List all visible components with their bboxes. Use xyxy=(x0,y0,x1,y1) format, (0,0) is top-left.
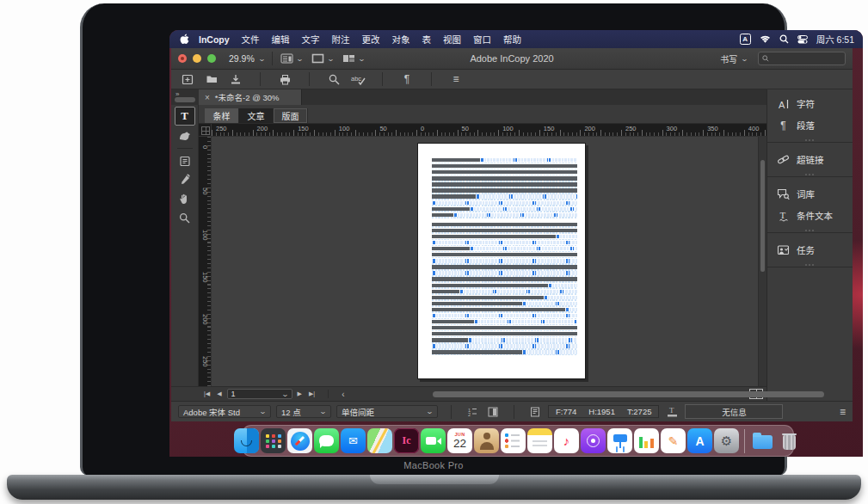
dock-finder-icon[interactable] xyxy=(234,428,259,453)
status-bar-menu-icon[interactable]: ≡ xyxy=(840,406,846,418)
hand-tool[interactable] xyxy=(175,190,194,207)
horizontal-scrollbar-thumb[interactable] xyxy=(433,391,824,397)
open-document-button[interactable] xyxy=(204,72,219,86)
dock-folder-icon[interactable] xyxy=(750,428,775,453)
dock-launchpad-icon[interactable] xyxy=(261,428,286,453)
menu-app-name[interactable]: InCopy xyxy=(199,34,230,45)
panel-item-paragraph[interactable]: ¶ 段落 xyxy=(767,114,853,136)
dock-appstore-icon[interactable]: A xyxy=(687,428,712,453)
minimize-window-button[interactable] xyxy=(193,54,201,63)
menu-item-8[interactable]: 窗口 xyxy=(473,33,491,46)
vertical-scrollbar-thumb[interactable] xyxy=(760,160,765,272)
dock-facetime-icon[interactable] xyxy=(421,428,446,453)
horizontal-scrollbar[interactable] xyxy=(350,387,736,401)
maximize-window-button[interactable] xyxy=(207,54,216,63)
menu-item-1[interactable]: 编辑 xyxy=(272,33,290,46)
last-page-button[interactable]: ▶| xyxy=(307,390,317,397)
view-tab-0[interactable]: 条样 xyxy=(205,108,239,123)
arrange-documents-dropdown[interactable]: ⌄ xyxy=(342,53,365,64)
right-panel: A 字符 ¶ 段落 xyxy=(766,89,853,401)
new-document-button[interactable] xyxy=(180,72,195,86)
dock-podcasts-icon[interactable] xyxy=(581,428,606,453)
dock-settings-icon[interactable]: ⚙ xyxy=(714,428,739,453)
dock-calendar-icon[interactable]: JUN22 xyxy=(447,428,472,453)
panel-item-hyperlinks[interactable]: 超链接 xyxy=(767,149,853,170)
workspace-switcher[interactable]: 书写 ⌄ xyxy=(720,52,748,65)
menu-item-3[interactable]: 附注 xyxy=(332,33,350,46)
dock-notes-icon[interactable] xyxy=(527,428,552,453)
view-tab-2-active[interactable]: 版面 xyxy=(274,108,308,123)
document-tab[interactable]: × *未命名-2 @ 30% xyxy=(199,89,302,105)
show-hidden-characters-button[interactable]: ¶ xyxy=(399,72,415,86)
eyedropper-tool[interactable] xyxy=(175,171,194,188)
dock-pages-icon[interactable]: ✎ xyxy=(661,428,686,453)
text-ruler-icon[interactable]: T xyxy=(664,405,680,419)
horizontal-ruler[interactable]: 25020015010050050100150200250300350400 xyxy=(212,124,766,137)
device-label: MacBook Pro xyxy=(83,460,785,470)
panel-item-character[interactable]: A 字符 xyxy=(767,93,853,114)
control-center-icon[interactable] xyxy=(797,35,808,44)
document-page[interactable] xyxy=(417,143,586,379)
zoom-tool[interactable] xyxy=(175,209,194,226)
chevron-down-icon: ⌄ xyxy=(741,55,748,63)
toolbar-menu-icon[interactable]: ≡ xyxy=(448,72,464,86)
ruler-origin-box[interactable] xyxy=(199,124,212,137)
spotlight-search-icon[interactable] xyxy=(779,34,789,44)
save-document-button[interactable] xyxy=(228,72,243,86)
panel-item-thesaurus[interactable]: 词库 xyxy=(767,183,853,205)
story-info-icon[interactable] xyxy=(485,405,501,419)
screen-mode-dropdown[interactable]: ⌄ xyxy=(311,53,334,64)
line-numbers-icon[interactable]: 12 xyxy=(465,405,480,419)
dock-safari-icon[interactable] xyxy=(287,428,312,453)
close-window-button[interactable] xyxy=(178,54,187,63)
print-button[interactable] xyxy=(277,72,292,86)
dock-messages-icon[interactable] xyxy=(314,428,339,453)
leading-select[interactable]: 单倍间距 ⌄ xyxy=(336,405,438,418)
dock-music-icon[interactable]: ♪ xyxy=(554,428,579,453)
find-change-button[interactable] xyxy=(326,72,342,86)
vertical-ruler[interactable]: 050100150200250300 xyxy=(199,137,212,386)
dock-maps-icon[interactable] xyxy=(367,428,392,453)
dock-numbers-icon[interactable] xyxy=(634,428,659,453)
menu-item-4[interactable]: 更改 xyxy=(362,33,380,46)
next-page-button[interactable]: ▶ xyxy=(296,390,304,397)
font-family-select[interactable]: Adobe 宋体 Std ⌄ xyxy=(178,405,271,418)
note-tool[interactable] xyxy=(175,127,194,144)
panel-item-assignments[interactable]: 任务 xyxy=(767,239,853,261)
spell-check-button[interactable]: abc xyxy=(350,72,366,86)
view-options-dropdown[interactable]: ⌄ xyxy=(280,53,303,64)
first-page-button[interactable]: |◀ xyxy=(202,390,212,397)
search-input[interactable] xyxy=(758,52,846,65)
dock-reminders-icon[interactable] xyxy=(501,428,526,453)
panel-item-label: 字符 xyxy=(797,97,815,110)
dock-contacts-icon[interactable] xyxy=(474,428,499,453)
type-tool[interactable]: T xyxy=(175,107,195,126)
panel-item-conditional-text[interactable]: T 条件文本 xyxy=(767,205,853,226)
dock-incopy-icon[interactable]: Ic xyxy=(394,428,419,453)
layout-canvas[interactable] xyxy=(212,137,758,386)
previous-page-button[interactable]: ◀ xyxy=(215,390,223,397)
menu-bar-clock[interactable]: 周六 6:51 xyxy=(816,33,854,46)
menu-item-5[interactable]: 对象 xyxy=(392,33,410,46)
notes-view-tool[interactable] xyxy=(175,152,194,169)
apple-menu-icon[interactable] xyxy=(178,34,190,45)
menu-item-2[interactable]: 文字 xyxy=(302,33,320,46)
menu-item-6[interactable]: 表 xyxy=(422,33,432,46)
vertical-scrollbar[interactable] xyxy=(758,137,766,386)
page-number-dropdown[interactable]: 1 ⌄ xyxy=(227,389,292,399)
thesaurus-icon xyxy=(777,187,790,200)
dock-trash-icon[interactable] xyxy=(777,428,802,453)
dock-mail-icon[interactable]: ✉ xyxy=(341,428,366,453)
menu-item-0[interactable]: 文件 xyxy=(242,33,260,46)
dock-keynote-icon[interactable] xyxy=(607,428,632,453)
scroll-left-arrow[interactable]: ‹ xyxy=(340,390,346,399)
wifi-icon[interactable] xyxy=(760,35,771,44)
font-size-select[interactable]: 12 点 ⌄ xyxy=(276,405,331,418)
input-source-icon[interactable]: A xyxy=(740,34,751,45)
view-tab-1[interactable]: 文章 xyxy=(239,108,274,123)
copyfit-icon[interactable] xyxy=(527,405,543,419)
zoom-level-dropdown[interactable]: 29.9% ⌄ xyxy=(229,53,264,64)
close-tab-icon[interactable]: × xyxy=(205,93,210,102)
menu-item-9[interactable]: 帮助 xyxy=(503,33,521,46)
menu-item-7[interactable]: 视图 xyxy=(443,33,461,46)
